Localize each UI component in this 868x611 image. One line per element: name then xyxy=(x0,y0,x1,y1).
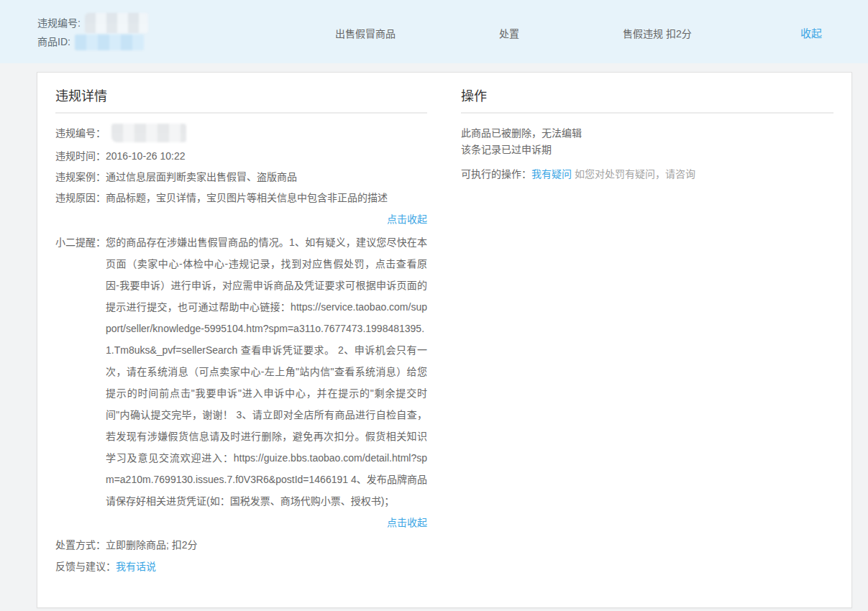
staff-reminder-row: 小二提醒： 您的商品存在涉嫌出售假冒商品的情况。1、如有疑义，建议您尽快在本页面… xyxy=(55,231,427,512)
status-item-deleted: 此商品已被删除，无法编辑 xyxy=(461,125,833,142)
reminder-label: 小二提醒： xyxy=(55,231,106,512)
violation-type: 出售假冒商品 xyxy=(335,26,396,40)
row-label: 违规原因： xyxy=(55,190,106,205)
violation-detail-panel: 违规详情 违规编号： 违规时间： 2016-10-26 10:22 违规案例： … xyxy=(37,72,852,608)
detail-section-title: 违规详情 xyxy=(55,86,427,114)
violation-case-row: 违规案例： 通过信息层面判断卖家出售假冒、盗版商品 xyxy=(55,170,427,184)
operation-column: 操作 此商品已被删除，无法编辑 该条记录已过申诉期 可执行的操作：我有疑问 如您… xyxy=(461,86,833,607)
operation-status: 此商品已被删除，无法编辑 该条记录已过申诉期 xyxy=(461,125,833,158)
collapse-reminder-link[interactable]: 点击收起 xyxy=(387,517,427,528)
violation-case-value: 通过信息层面判断卖家出售假冒、盗版商品 xyxy=(106,170,297,184)
have-question-link[interactable]: 我有疑问 xyxy=(531,168,572,180)
actions-label: 可执行的操作： xyxy=(461,168,531,180)
violation-time-row: 违规时间： 2016-10-26 10:22 xyxy=(55,149,427,163)
operation-section-title: 操作 xyxy=(461,86,833,114)
violation-reason-row: 违规原因： 商品标题，宝贝详情，宝贝图片等相关信息中包含非正品的描述 xyxy=(55,190,427,205)
collapse-record-link[interactable]: 收起 xyxy=(800,25,822,40)
actions-hint: 如您对处罚有疑问，请咨询 xyxy=(575,168,695,180)
status-appeal-expired: 该条记录已过申诉期 xyxy=(461,142,833,158)
feedback-row: 反馈与建议： 我有话说 xyxy=(55,559,427,574)
row-label: 违规时间： xyxy=(55,149,106,163)
violation-no-label: 违规编号: xyxy=(37,14,81,32)
disposal-value: 立即删除商品; 扣2分 xyxy=(106,538,198,552)
available-actions-row: 可执行的操作：我有疑问 如您对处罚有疑问，请咨询 xyxy=(461,167,833,181)
violation-no-row: 违规编号： xyxy=(55,124,427,142)
feedback-link[interactable]: 我有话说 xyxy=(116,559,156,574)
violation-summary-bar: 违规编号: 商品ID: 出售假冒商品 处置 售假违规 扣2分 收起 xyxy=(0,0,868,63)
violation-reason-value: 商品标题，宝贝详情，宝贝图片等相关信息中包含非正品的描述 xyxy=(106,190,388,205)
feedback-label: 反馈与建议： xyxy=(55,559,116,574)
id-block: 违规编号: 商品ID: xyxy=(37,13,148,51)
item-id-redacted xyxy=(75,35,144,50)
collapse-reason-link[interactable]: 点击收起 xyxy=(387,213,427,225)
row-label: 违规编号： xyxy=(55,126,106,140)
violation-no-value-redacted xyxy=(111,124,186,142)
violation-action: 处置 xyxy=(499,26,519,40)
violation-penalty: 售假违规 扣2分 xyxy=(623,26,692,40)
disposal-label: 处置方式： xyxy=(55,538,106,552)
violation-time-value: 2016-10-26 10:22 xyxy=(106,149,186,163)
violation-no-redacted xyxy=(85,13,148,33)
item-id-label: 商品ID: xyxy=(37,33,70,51)
row-label: 违规案例： xyxy=(55,170,106,184)
disposal-row: 处置方式： 立即删除商品; 扣2分 xyxy=(55,538,427,552)
violation-detail-column: 违规详情 违规编号： 违规时间： 2016-10-26 10:22 违规案例： … xyxy=(55,86,427,607)
reminder-text: 您的商品存在涉嫌出售假冒商品的情况。1、如有疑义，建议您尽快在本页面（卖家中心-… xyxy=(106,231,427,512)
